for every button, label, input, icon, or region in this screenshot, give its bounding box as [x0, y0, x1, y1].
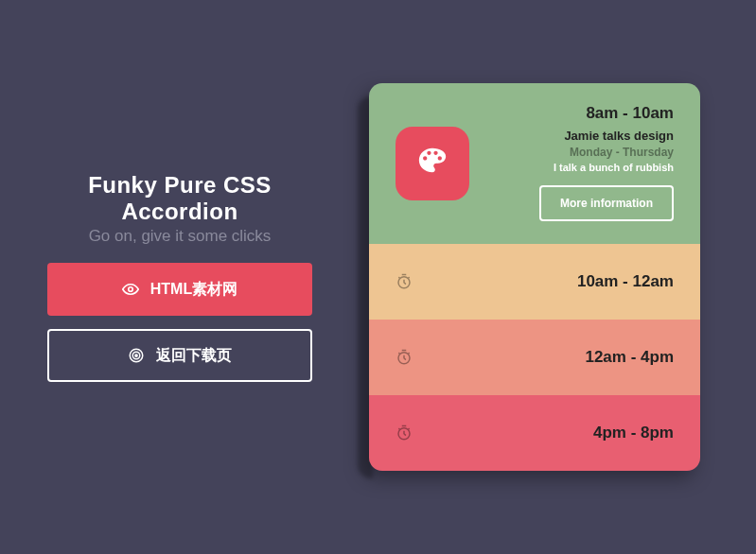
target-icon: [128, 347, 145, 364]
accordion-panel-2[interactable]: 12am - 4pm: [369, 320, 700, 395]
page-title: Funky Pure CSS Accordion: [38, 172, 322, 225]
clock-icon: [396, 273, 413, 290]
back-download-button[interactable]: 返回下载页: [47, 329, 312, 382]
event-days: Monday - Thursday: [570, 146, 674, 159]
page-subtitle: Go on, give it some clicks: [38, 227, 322, 246]
svg-point-3: [135, 355, 137, 356]
panel-time: 4pm - 8pm: [593, 424, 674, 442]
clock-icon: [396, 424, 413, 441]
panel-time: 12am - 4pm: [585, 348, 674, 367]
svg-point-0: [129, 287, 133, 292]
panel-time: 8am - 10am: [586, 104, 674, 123]
event-desc: I talk a bunch of rubbish: [554, 162, 674, 173]
clock-icon: [396, 349, 413, 366]
eye-icon: [122, 281, 139, 298]
accordion: 8am - 10am Jamie talks design Monday - T…: [369, 83, 700, 471]
more-info-button[interactable]: More information: [539, 185, 674, 221]
accordion-panel-3[interactable]: 4pm - 8pm: [369, 395, 700, 471]
palette-badge: [396, 127, 469, 200]
button-label: 返回下载页: [156, 346, 232, 366]
palette-icon: [416, 146, 448, 182]
panel-time: 10am - 12am: [577, 272, 674, 291]
accordion-panel-1[interactable]: 10am - 12am: [369, 244, 700, 320]
button-label: HTML素材网: [150, 280, 237, 300]
event-title: Jamie talks design: [564, 129, 674, 143]
html-site-button[interactable]: HTML素材网: [47, 263, 312, 316]
accordion-panel-0[interactable]: 8am - 10am Jamie talks design Monday - T…: [369, 83, 700, 244]
